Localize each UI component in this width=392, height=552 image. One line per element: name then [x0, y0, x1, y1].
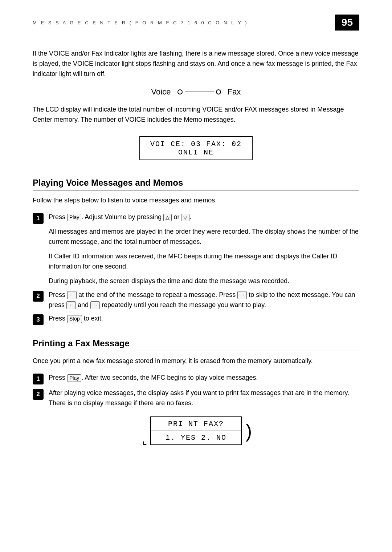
up-key: △: [163, 214, 172, 222]
page-header: M E S S A G E C E N T E R ( F O R M F C …: [33, 15, 359, 31]
lcd-display-container: VOI CE: 03 FAX: 02 ONLI NE: [33, 132, 359, 165]
page-number: 95: [335, 15, 359, 31]
right-bracket: ): [246, 422, 252, 440]
section2-step-1-content: Press Play. After two seconds, the MFC b…: [49, 373, 359, 383]
print-fax-line1: PRI NT FAX?: [150, 416, 242, 431]
fax-label: Fax: [228, 87, 241, 97]
print-fax-display-container: PRI NT FAX? ⌞ 1. YES 2. NO ): [33, 416, 359, 445]
print-fax-line2: 1. YES 2. NO: [150, 431, 242, 445]
fax-circle: [216, 89, 221, 94]
lcd-display: VOI CE: 03 FAX: 02 ONLI NE: [139, 136, 253, 160]
section2-intro: Once you print a new fax message stored …: [33, 356, 359, 366]
play-key-2: Play: [67, 374, 81, 382]
step-1-sub3: During playback, the screen displays the…: [49, 276, 359, 286]
step-1: 1 Press Play. Adjust Volume by pressing …: [33, 212, 359, 286]
step-3-content: Press Stop to exit.: [49, 314, 359, 324]
section2-heading: Printing a Fax Message: [33, 338, 359, 351]
connector-line: [185, 92, 214, 92]
header-title: M E S S A G E C E N T E R ( F O R M F C …: [33, 20, 248, 25]
step-2-content: Press ← at the end of the message to rep…: [49, 290, 359, 310]
lcd-paragraph: The LCD display will indicate the total …: [33, 105, 359, 125]
step-1-sub2: If Caller ID information was received, t…: [49, 251, 359, 272]
section2-step-1: 1 Press Play. After two seconds, the MFC…: [33, 373, 359, 384]
page-container: M E S S A G E C E N T E R ( F O R M F C …: [0, 0, 392, 552]
section2-step-2: 2 After playing voice messages, the disp…: [33, 388, 359, 408]
fwd-key: →: [237, 291, 247, 299]
fwd-key-2: →: [90, 301, 100, 309]
lcd-line1: VOI CE: 03 FAX: 02: [150, 140, 242, 148]
step-2: 2 Press ← at the end of the message to r…: [33, 290, 359, 310]
voice-label: Voice: [151, 87, 171, 97]
back-key-2: ←: [66, 301, 76, 309]
section-playing-voice: Playing Voice Messages and Memos Follow …: [33, 178, 359, 325]
left-bracket: ⌞: [142, 436, 147, 446]
step-2-number: 2: [33, 291, 44, 302]
lcd-line2: ONLI NE: [150, 148, 242, 157]
step-1-sub1: All messages and memos are played in the…: [49, 227, 359, 247]
step-1-content: Press Play. Adjust Volume by pressing △ …: [49, 212, 359, 286]
section2-steps: 1 Press Play. After two seconds, the MFC…: [33, 373, 359, 408]
section1-steps: 1 Press Play. Adjust Volume by pressing …: [33, 212, 359, 325]
step-3-number: 3: [33, 314, 44, 325]
section2-step-2-number: 2: [33, 389, 44, 400]
section1-heading: Playing Voice Messages and Memos: [33, 178, 359, 190]
section1-intro: Follow the steps below to listen to voic…: [33, 196, 359, 206]
intro-paragraph: If the VOICE and/or Fax Indicator lights…: [33, 49, 359, 79]
play-key-1: Play: [67, 214, 81, 222]
voice-fax-diagram: Voice Fax: [33, 87, 359, 97]
voice-circle: [177, 89, 183, 94]
section2-step-1-number: 1: [33, 374, 44, 384]
section-printing-fax: Printing a Fax Message Once you print a …: [33, 338, 359, 445]
stop-key: Stop: [67, 315, 82, 323]
back-key: ←: [67, 291, 77, 299]
down-key: ▽: [181, 214, 189, 222]
section2-step-2-content: After playing voice messages, the displa…: [49, 388, 359, 408]
print-fax-inner: PRI NT FAX? ⌞ 1. YES 2. NO ): [150, 416, 242, 445]
step-3: 3 Press Stop to exit.: [33, 314, 359, 325]
step-1-number: 1: [33, 213, 44, 224]
voice-fax-line: Voice Fax: [151, 87, 241, 97]
